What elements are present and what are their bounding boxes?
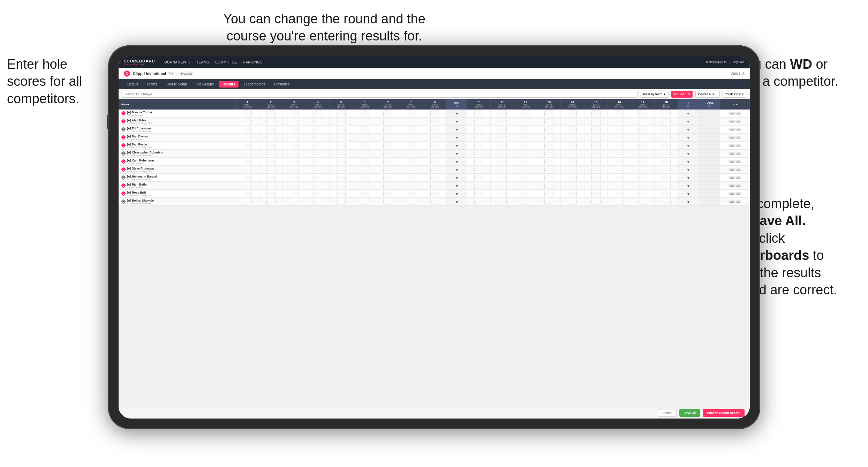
totals-only-toggle[interactable]: Totals Only ▾ xyxy=(723,91,746,98)
hole-score-input[interactable] xyxy=(615,119,624,124)
hole-score-input[interactable] xyxy=(383,159,392,164)
wd-button[interactable]: WD xyxy=(729,160,735,163)
hole-score-input[interactable] xyxy=(383,199,392,204)
hole-score-input[interactable] xyxy=(544,143,553,148)
hole-score-input[interactable] xyxy=(407,191,416,196)
hole-score-input[interactable] xyxy=(243,111,252,116)
dq-button[interactable]: DQ xyxy=(735,168,741,171)
hole-score-input[interactable] xyxy=(266,183,276,188)
hole-score-input[interactable] xyxy=(290,159,299,164)
hole-score-input[interactable] xyxy=(638,159,647,164)
hole-score-input[interactable] xyxy=(430,191,439,196)
hole-score-input[interactable] xyxy=(430,143,439,148)
hole-score-input[interactable] xyxy=(662,143,671,148)
hole-score-input[interactable] xyxy=(591,151,601,156)
hole-score-input[interactable] xyxy=(290,143,299,148)
hole-score-input[interactable] xyxy=(544,151,553,156)
hole-score-input[interactable] xyxy=(615,191,624,196)
hole-score-input[interactable] xyxy=(290,127,299,132)
hole-score-input[interactable] xyxy=(662,127,671,132)
hole-score-input[interactable] xyxy=(591,167,601,172)
hole-score-input[interactable] xyxy=(568,183,577,188)
hole-score-input[interactable] xyxy=(568,175,577,180)
hole-score-input[interactable] xyxy=(591,127,601,132)
hole-score-input[interactable] xyxy=(591,135,601,140)
round-selector[interactable]: Round 1 ▾ xyxy=(671,91,693,98)
hole-score-input[interactable] xyxy=(383,151,392,156)
hole-score-input[interactable] xyxy=(407,167,416,172)
hole-score-input[interactable] xyxy=(383,135,392,140)
hole-score-input[interactable] xyxy=(544,135,553,140)
hole-score-input[interactable] xyxy=(337,167,346,172)
hole-score-input[interactable] xyxy=(383,143,392,148)
search-input[interactable] xyxy=(122,91,638,98)
hole-score-input[interactable] xyxy=(360,151,369,156)
hole-score-input[interactable] xyxy=(662,191,671,196)
hole-score-input[interactable] xyxy=(568,151,577,156)
hole-score-input[interactable] xyxy=(638,199,647,204)
wd-button[interactable]: WD xyxy=(729,200,735,203)
hole-score-input[interactable] xyxy=(313,167,322,172)
hole-score-input[interactable] xyxy=(407,159,416,164)
hole-score-input[interactable] xyxy=(430,175,439,180)
hole-score-input[interactable] xyxy=(337,111,346,116)
hole-score-input[interactable] xyxy=(662,159,671,164)
hole-score-input[interactable] xyxy=(568,135,577,140)
hole-score-input[interactable] xyxy=(474,111,483,116)
hole-score-input[interactable] xyxy=(544,111,553,116)
hole-score-input[interactable] xyxy=(544,199,553,204)
hole-score-input[interactable] xyxy=(360,127,369,132)
hole-score-input[interactable] xyxy=(383,183,392,188)
hole-score-input[interactable] xyxy=(544,175,553,180)
hole-score-input[interactable] xyxy=(474,127,483,132)
hole-score-input[interactable] xyxy=(360,175,369,180)
hole-score-input[interactable] xyxy=(337,127,346,132)
dq-button[interactable]: DQ xyxy=(735,160,741,163)
hole-score-input[interactable] xyxy=(290,111,299,116)
hole-score-input[interactable] xyxy=(474,175,483,180)
hole-score-input[interactable] xyxy=(360,167,369,172)
hole-score-input[interactable] xyxy=(568,167,577,172)
wd-button[interactable]: WD xyxy=(729,112,735,115)
hole-score-input[interactable] xyxy=(337,143,346,148)
hole-score-input[interactable] xyxy=(243,159,252,164)
hole-score-input[interactable] xyxy=(266,135,276,140)
hole-score-input[interactable] xyxy=(383,175,392,180)
nav-signout[interactable]: Sign out xyxy=(733,60,745,64)
hole-score-input[interactable] xyxy=(638,191,647,196)
hole-score-input[interactable] xyxy=(360,111,369,116)
hole-score-input[interactable] xyxy=(615,175,624,180)
hole-score-input[interactable] xyxy=(521,151,530,156)
save-all-button[interactable]: Save All xyxy=(679,409,700,417)
cancel-footer-button[interactable]: Cancel xyxy=(658,409,677,417)
hole-score-input[interactable] xyxy=(498,191,507,196)
hole-score-input[interactable] xyxy=(266,119,276,124)
hole-score-input[interactable] xyxy=(243,167,252,172)
hole-score-input[interactable] xyxy=(615,199,624,204)
hole-score-input[interactable] xyxy=(337,119,346,124)
hole-score-input[interactable] xyxy=(591,191,601,196)
nav-teams[interactable]: TEAMS xyxy=(196,60,209,64)
hole-score-input[interactable] xyxy=(568,127,577,132)
hole-score-input[interactable] xyxy=(313,119,322,124)
hole-score-input[interactable] xyxy=(266,199,276,204)
hole-score-input[interactable] xyxy=(662,135,671,140)
hole-score-input[interactable] xyxy=(407,127,416,132)
hole-score-input[interactable] xyxy=(290,199,299,204)
hole-score-input[interactable] xyxy=(638,111,647,116)
dq-button[interactable]: DQ xyxy=(735,136,741,139)
hole-score-input[interactable] xyxy=(337,199,346,204)
hole-score-input[interactable] xyxy=(498,135,507,140)
hole-score-input[interactable] xyxy=(568,119,577,124)
hole-score-input[interactable] xyxy=(266,127,276,132)
hole-score-input[interactable] xyxy=(498,199,507,204)
hole-score-input[interactable] xyxy=(290,135,299,140)
hole-score-input[interactable] xyxy=(407,143,416,148)
hole-score-input[interactable] xyxy=(591,175,601,180)
hole-score-input[interactable] xyxy=(638,167,647,172)
tab-teams[interactable]: Teams xyxy=(143,81,160,88)
course-selector[interactable]: Course A ▾ xyxy=(695,91,720,98)
hole-score-input[interactable] xyxy=(407,119,416,124)
hole-score-input[interactable] xyxy=(290,119,299,124)
hole-score-input[interactable] xyxy=(360,199,369,204)
